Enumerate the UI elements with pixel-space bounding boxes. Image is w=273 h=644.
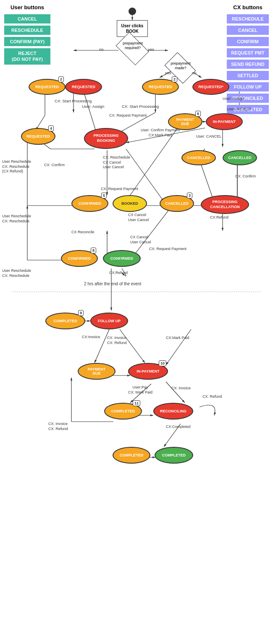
node-confirmed-1: CONFIRMED 5 <box>71 195 108 212</box>
label-cx-reschedule-cancel: CX: RescheduleCX CancelUser Cancel <box>103 155 130 170</box>
node-processing-cancellation: PROCESSINGCANCELLATION <box>201 195 249 214</box>
node-booked: BOOKED <box>113 195 147 212</box>
label-cx-refund-2: CX:Refund <box>109 271 128 276</box>
label-cx-start-processing-2: CX: Start Processing <box>122 104 159 109</box>
label-cx-request-payment-2: CX: Request Payment <box>101 187 138 192</box>
label-cx-confirm-right: CX: Confirm <box>235 174 256 179</box>
label-cx-invoice-2: CX: Invoice <box>171 386 191 391</box>
node-processing-booking: PROCESSINGBOOKING <box>84 128 128 149</box>
svg-line-44 <box>166 382 185 403</box>
badge-requested-1a: 2 <box>58 76 64 82</box>
badge-completed-2: 11 <box>133 400 140 406</box>
node-confirmed-2b: CONFIRMED <box>103 250 141 267</box>
badge-confirmed-1: 5 <box>101 193 107 198</box>
cx-follow-up-button[interactable]: FOLLOW UP <box>227 82 269 91</box>
node-completed-3b: COMPLETED <box>155 447 193 464</box>
label-cx-confirm-left: CX: Confirm <box>44 163 65 168</box>
node-completed-1: COMPLETED 9 <box>45 313 85 329</box>
badge-completed-1: 9 <box>78 310 84 316</box>
label-user-assign-1: User: Assign <box>82 104 104 109</box>
node-requested-star: REQUESTED* <box>192 79 229 95</box>
label-2hrs: 2 hrs after the end of the event <box>84 281 141 287</box>
label-yes-2: yes <box>165 70 171 76</box>
label-cx-invoice-1: CX:Invoice <box>82 335 100 340</box>
node-confirmed-2a: CONFIRMED 8 <box>61 250 98 267</box>
label-cx-refund-right: CX: Refund <box>202 394 222 399</box>
node-payment-due-2: PAYMENTDUE <box>78 363 116 380</box>
svg-line-40 <box>120 329 145 363</box>
node-cancelled-3: CANCELLED 3 <box>160 195 194 212</box>
cx-cancel-button[interactable]: CANCEL <box>227 26 269 35</box>
label-cx-cancel-user-cancel-2: CX CancelUser Cancel <box>130 235 151 245</box>
user-cancel-button[interactable]: CANCEL <box>4 14 50 23</box>
cx-reschedule-button[interactable]: RESCHEDULE <box>227 14 269 23</box>
user-reject-button[interactable]: REJECT (DO NOT PAY) <box>4 48 50 65</box>
label-cx-completed: CX:Completed <box>166 425 191 430</box>
cx-settled-button[interactable]: SETTLED <box>227 71 269 80</box>
svg-line-41 <box>166 329 191 365</box>
user-buttons-panel: User buttons CANCEL RESCHEDULE CONFIRM (… <box>4 4 50 65</box>
label-user-reschedule-3: User RescheduleCX: Reschedule <box>2 269 31 278</box>
user-confirm-pay-button[interactable]: CONFIRM (PAY) <box>4 37 50 46</box>
cx-request-pmt-button[interactable]: REQUEST PMT <box>227 48 269 57</box>
node-requested-1a: REQUESTED 2 <box>29 79 66 95</box>
node-in-payment-1: IN-PAYMENT <box>206 113 243 130</box>
label-cx-cancel-user-cancel-1: CX CancelUser Cancel <box>128 213 149 222</box>
node-requested-3: REQUESTED 4 <box>21 128 55 145</box>
cx-confirm-button[interactable]: CONFIRM <box>227 37 269 46</box>
label-cx-request-payment-3: CX: Request Payment <box>149 247 186 252</box>
badge-cancelled-3: 3 <box>187 193 192 198</box>
user-reschedule-button[interactable]: RESCHEDULE <box>4 26 50 35</box>
divider-line <box>13 292 260 292</box>
node-follow-up: FOLLOW UP <box>90 313 128 329</box>
node-reconciling: RECONCILING <box>153 403 193 420</box>
svg-line-39 <box>94 329 109 363</box>
label-cx-request-payment-1: CX: Request Payment <box>109 113 147 118</box>
label-no-2: no <box>192 70 197 76</box>
node-requested-2a: REQUESTED 2 <box>142 79 179 95</box>
label-user-reject: User: REJECT <box>227 107 252 112</box>
node-user-clicks-book: User clicks BOOK <box>117 20 148 37</box>
node-completed-2: COMPLETED 11 <box>104 403 142 420</box>
badge-requested-2a: 2 <box>172 76 177 82</box>
node-in-payment-2: IN-PAYMENT 10 <box>128 363 168 380</box>
label-yes-1: yes <box>148 47 154 52</box>
badge-confirmed-2a: 8 <box>91 248 96 253</box>
node-payment-due-1: PAYMENTDUE 6 <box>168 113 202 130</box>
diagram-container: User buttons CANCEL RESCHEDULE CONFIRM (… <box>0 0 273 644</box>
start-node <box>129 8 136 15</box>
badge-payment-due-1: 6 <box>195 111 201 117</box>
label-cx-refund-1: CX:Refund <box>210 215 228 220</box>
node-completed-3a: COMPLETED <box>113 447 150 464</box>
label-user-pay-cx-mark-paid: User:PayCX: Mark Paid <box>128 385 152 395</box>
badge-requested-3: 4 <box>48 125 54 131</box>
label-no-1: no <box>99 47 104 52</box>
svg-line-21 <box>126 149 164 201</box>
label-cx-mark-paid: CX:Mark Paid <box>166 336 189 341</box>
label-user-reschedule-cx-1: User RescheduleCX: Reschedule(CX Refund) <box>2 159 31 174</box>
node-cancelled-2: CANCELLED <box>223 150 257 165</box>
label-cx-start-processing-1: CX: Start Processing <box>55 99 92 104</box>
label-cx-reconcile: CX Reconcile <box>71 230 94 235</box>
label-cx-invoice-refund: CX: InvoiceCX: Refund <box>107 336 127 345</box>
label-user-confirm-payment: User: Confirm PaymentCX:Mark Paid <box>141 128 180 138</box>
label-user-reschedule-cx-2: User RescheduleCX: Reschedule <box>2 214 31 224</box>
node-cancelled-1: CANCELLED <box>181 150 216 165</box>
badge-in-payment-2: 10 <box>159 360 166 366</box>
node-requested-1b: REQUESTED <box>65 79 102 95</box>
label-user-assign-2: User: Assign <box>223 96 244 102</box>
cx-buttons-title: CX buttons <box>227 4 269 10</box>
user-buttons-title: User buttons <box>4 4 50 10</box>
label-user-cancel: User: CANCEL <box>196 134 222 139</box>
label-cx-invoice-cx-refund-left: CX: InvoiceCX: Refund <box>48 422 68 431</box>
cx-send-refund-button[interactable]: SEND REFUND <box>227 60 269 69</box>
prepayment-required-diamond: prepaymentrequired? <box>118 39 146 58</box>
